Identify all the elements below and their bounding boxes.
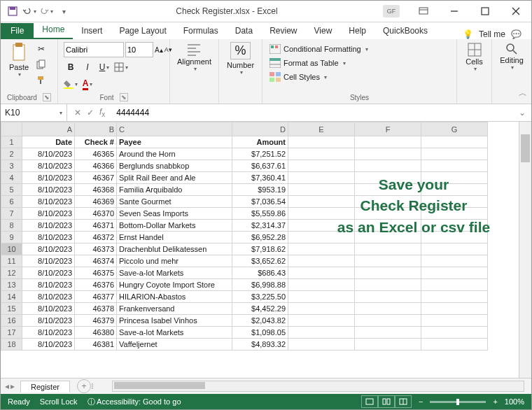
status-accessibility[interactable]: ⓘ Accessibility: Good to go (88, 397, 181, 407)
cut-icon[interactable]: ✂ (34, 42, 48, 56)
row-header[interactable]: 7 (1, 208, 22, 220)
cell[interactable] (421, 172, 488, 184)
tell-me[interactable]: Tell me (479, 29, 505, 39)
cell[interactable] (288, 160, 355, 172)
cell[interactable]: 8/10/2023 (22, 315, 75, 327)
cell[interactable] (355, 291, 421, 303)
cell[interactable]: 8/10/2023 (22, 184, 75, 196)
cell[interactable]: $6,998.88 (232, 279, 288, 291)
cell[interactable]: 46380 (75, 327, 117, 339)
paste-button[interactable]: Paste ▾ (6, 42, 31, 87)
col-header-C[interactable]: C (117, 122, 232, 136)
redo-icon[interactable]: ▾ (38, 3, 54, 19)
cell[interactable] (288, 136, 355, 148)
row-header[interactable]: 4 (1, 172, 22, 184)
cell[interactable]: Split Rail Beer and Ale (117, 172, 232, 184)
tab-home[interactable]: Home (34, 22, 73, 39)
cell[interactable] (355, 327, 421, 339)
cell[interactable] (421, 184, 488, 196)
cell[interactable]: Bottom-Dollar Markets (117, 220, 232, 232)
cell[interactable] (288, 232, 355, 243)
italic-button[interactable]: I (80, 60, 94, 74)
expand-formula-icon[interactable]: ⌄ (513, 108, 531, 118)
cell[interactable] (288, 327, 355, 339)
cell[interactable] (421, 327, 488, 339)
cell[interactable]: Payee (117, 136, 232, 148)
cell[interactable]: Princesa Isabel Vinhos (117, 315, 232, 327)
cell[interactable]: 8/10/2023 (22, 160, 75, 172)
cell[interactable] (421, 232, 488, 243)
row-header[interactable]: 2 (1, 148, 22, 160)
cell[interactable]: Vaffeljernet (117, 339, 232, 351)
cell[interactable] (288, 184, 355, 196)
cell[interactable] (355, 160, 421, 172)
cell[interactable]: 8/10/2023 (22, 220, 75, 232)
cell[interactable] (288, 339, 355, 351)
cell[interactable]: 8/10/2023 (22, 243, 75, 255)
cell[interactable] (421, 267, 488, 279)
cell[interactable]: Date (22, 136, 75, 148)
cell[interactable]: 8/10/2023 (22, 339, 75, 351)
col-header-D[interactable]: D (232, 122, 288, 136)
borders-icon[interactable]: ▾ (114, 60, 128, 74)
conditional-formatting[interactable]: Conditional Formatting▾ (270, 42, 449, 56)
cell[interactable] (421, 196, 488, 208)
cell[interactable] (288, 208, 355, 220)
cell[interactable]: Frankenversand (117, 303, 232, 315)
cell[interactable] (421, 160, 488, 172)
row-header[interactable]: 10 (1, 243, 22, 255)
row-header[interactable]: 12 (1, 267, 22, 279)
share-icon[interactable]: 💬 (511, 29, 522, 39)
ribbon-display-icon[interactable] (410, 1, 438, 22)
row-header[interactable]: 14 (1, 291, 22, 303)
row-header[interactable]: 9 (1, 232, 22, 243)
cell[interactable] (355, 255, 421, 267)
cell[interactable]: $7,360.41 (232, 172, 288, 184)
tab-quickbooks[interactable]: QuickBooks (374, 23, 436, 39)
cell[interactable]: $2,314.37 (232, 220, 288, 232)
row-header[interactable]: 15 (1, 303, 22, 315)
cell[interactable]: Save-a-lot Markets (117, 327, 232, 339)
zoom-out-button[interactable]: − (419, 397, 423, 406)
cell[interactable]: 46365 (75, 148, 117, 160)
cell[interactable]: 8/10/2023 (22, 232, 75, 243)
cell[interactable]: $3,225.50 (232, 291, 288, 303)
cell[interactable]: $6,637.61 (232, 160, 288, 172)
tab-help[interactable]: Help (340, 23, 374, 39)
spreadsheet-grid[interactable]: ABCDEFG1DateCheck #PayeeAmount28/10/2023… (1, 122, 519, 378)
cell[interactable] (288, 148, 355, 160)
user-badge[interactable]: GF (383, 5, 400, 17)
cell[interactable] (355, 243, 421, 255)
format-painter-icon[interactable] (34, 73, 48, 87)
cell[interactable] (288, 291, 355, 303)
col-header-G[interactable]: G (421, 122, 488, 136)
cell[interactable]: 8/10/2023 (22, 172, 75, 184)
cell[interactable] (355, 279, 421, 291)
cell[interactable]: $7,036.54 (232, 196, 288, 208)
cell[interactable]: Piccolo und mehr (117, 255, 232, 267)
col-header-A[interactable]: A (22, 122, 75, 136)
cell[interactable]: 8/10/2023 (22, 255, 75, 267)
cell[interactable]: 46371 (75, 220, 117, 232)
row-header[interactable]: 16 (1, 315, 22, 327)
cell[interactable] (355, 267, 421, 279)
font-launcher[interactable]: ⬊ (120, 93, 128, 101)
row-header[interactable]: 3 (1, 160, 22, 172)
editing-button[interactable]: Editing▾ (498, 42, 526, 71)
cell[interactable]: 46369 (75, 196, 117, 208)
cell[interactable]: $4,893.32 (232, 339, 288, 351)
cell[interactable]: Ernst Handel (117, 232, 232, 243)
cell[interactable] (355, 136, 421, 148)
alignment-button[interactable]: Alignment▾ (176, 42, 213, 72)
cell[interactable]: 46375 (75, 267, 117, 279)
cell[interactable]: $6,952.28 (232, 232, 288, 243)
cell[interactable]: Around the Horn (117, 148, 232, 160)
save-icon[interactable] (5, 3, 20, 19)
row-header[interactable]: 6 (1, 196, 22, 208)
tab-view[interactable]: View (306, 23, 341, 39)
close-button[interactable] (502, 1, 530, 22)
cell[interactable]: Familia Arquibaldo (117, 184, 232, 196)
view-page-layout-icon[interactable] (378, 395, 395, 408)
cell[interactable]: Amount (232, 136, 288, 148)
cell[interactable] (288, 279, 355, 291)
